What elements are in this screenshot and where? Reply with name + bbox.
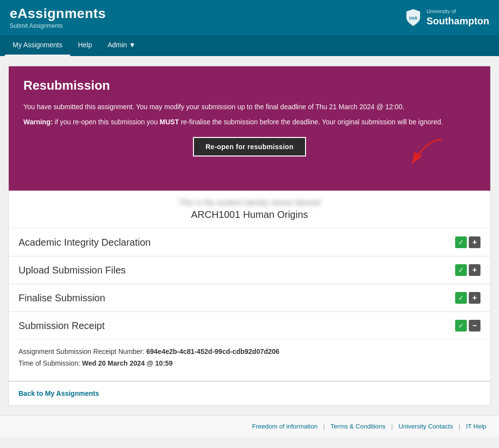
main-nav: My Assignments Help Admin ▼ bbox=[0, 35, 499, 56]
expand-receipt-button[interactable]: − bbox=[469, 320, 480, 331]
university-of-label: University of bbox=[426, 8, 489, 15]
finalise-section: Finalise Submission ✓ + bbox=[9, 284, 490, 312]
receipt-header[interactable]: Submission Receipt ✓ − bbox=[9, 312, 490, 339]
arrow-indicator bbox=[383, 137, 446, 171]
nav-help[interactable]: Help bbox=[70, 35, 100, 56]
receipt-controls: ✓ − bbox=[455, 320, 480, 331]
svg-text:UoS: UoS bbox=[409, 16, 418, 20]
assignment-title-area: This is the student identity shown blurr… bbox=[9, 191, 490, 229]
finalise-title: Finalise Submission bbox=[19, 292, 105, 304]
receipt-content: Assignment Submission Receipt Number: 69… bbox=[9, 339, 490, 381]
expand-finalise-button[interactable]: + bbox=[469, 292, 480, 304]
warning-text: if you re-open this submission you bbox=[55, 118, 160, 126]
check-icon-academic: ✓ bbox=[455, 236, 467, 248]
resubmission-banner: Resubmission You have submitted this ass… bbox=[9, 66, 490, 191]
footer-ithelp-link[interactable]: IT Help bbox=[466, 423, 486, 430]
receipt-section: Submission Receipt ✓ − Assignment Submis… bbox=[9, 312, 490, 381]
app-branding: eAssignments Submit Assignments bbox=[10, 6, 106, 29]
university-logo: UoS University of Southampton bbox=[404, 8, 489, 27]
blurred-student-info: This is the student identity shown blurr… bbox=[19, 198, 480, 207]
app-header: eAssignments Submit Assignments UoS Univ… bbox=[0, 0, 499, 35]
receipt-time-label: Time of Submission: bbox=[19, 359, 80, 367]
app-title: eAssignments bbox=[10, 6, 106, 21]
back-to-assignments-link[interactable]: Back to My Assignments bbox=[19, 390, 99, 397]
receipt-time-line: Time of Submission: Wed 20 March 2024 @ … bbox=[19, 359, 480, 367]
footer-contacts-link[interactable]: University Contacts bbox=[399, 423, 453, 430]
warning-must: MUST bbox=[160, 118, 179, 126]
assignment-name: ARCH1001 Human Origins bbox=[19, 209, 480, 220]
warning-suffix: re-finalise the submission before the de… bbox=[181, 118, 443, 126]
finalise-header[interactable]: Finalise Submission ✓ + bbox=[9, 284, 490, 312]
footer-sep-1: | bbox=[323, 423, 325, 430]
upload-files-title: Upload Submission Files bbox=[19, 265, 126, 276]
academic-integrity-controls: ✓ + bbox=[455, 236, 480, 248]
footer-sep-3: | bbox=[459, 423, 460, 430]
footer-sep-2: | bbox=[391, 423, 393, 430]
receipt-time-value: Wed 20 March 2024 @ 10:59 bbox=[82, 359, 173, 367]
resubmission-title: Resubmission bbox=[23, 78, 476, 93]
check-icon-receipt: ✓ bbox=[455, 320, 467, 331]
footer-freedom-link[interactable]: Freedom of information bbox=[252, 423, 317, 430]
chevron-down-icon: ▼ bbox=[129, 41, 135, 49]
expand-upload-button[interactable]: + bbox=[469, 264, 480, 276]
shield-icon: UoS bbox=[404, 8, 422, 27]
nav-my-assignments[interactable]: My Assignments bbox=[5, 35, 70, 56]
receipt-number-value: 694e4e2b-4c81-452d-99cd-cdb92d07d206 bbox=[146, 348, 279, 355]
university-name: University of Southampton bbox=[426, 8, 489, 26]
check-icon-upload: ✓ bbox=[455, 264, 467, 276]
footer-terms-link[interactable]: Terms & Conditions bbox=[330, 423, 385, 430]
main-content: Resubmission You have submitted this ass… bbox=[8, 66, 491, 406]
resubmission-warning: Warning: if you re-open this submission … bbox=[23, 117, 476, 127]
warning-prefix: Warning: bbox=[23, 118, 53, 126]
university-branding: UoS University of Southampton bbox=[404, 8, 489, 27]
receipt-number-label: Assignment Submission Receipt Number: bbox=[19, 348, 144, 355]
academic-integrity-header[interactable]: Academic Integrity Declaration ✓ + bbox=[9, 229, 490, 256]
back-link-area: Back to My Assignments bbox=[9, 381, 490, 405]
app-subtitle: Submit Assignments bbox=[10, 22, 106, 29]
receipt-title: Submission Receipt bbox=[19, 320, 105, 331]
resubmission-message: You have submitted this assignment. You … bbox=[23, 102, 476, 112]
page-footer: Freedom of information | Terms & Conditi… bbox=[0, 415, 499, 437]
academic-integrity-title: Academic Integrity Declaration bbox=[19, 237, 151, 248]
finalise-controls: ✓ + bbox=[455, 292, 480, 304]
academic-integrity-section: Academic Integrity Declaration ✓ + bbox=[9, 229, 490, 256]
upload-files-header[interactable]: Upload Submission Files ✓ + bbox=[9, 256, 490, 284]
upload-files-controls: ✓ + bbox=[455, 264, 480, 276]
university-name-label: Southampton bbox=[426, 15, 489, 27]
receipt-number-line: Assignment Submission Receipt Number: 69… bbox=[19, 348, 480, 355]
upload-files-section: Upload Submission Files ✓ + bbox=[9, 256, 490, 284]
reopen-button[interactable]: Re-open for resubmission bbox=[193, 137, 307, 156]
expand-academic-button[interactable]: + bbox=[469, 236, 480, 248]
nav-admin[interactable]: Admin ▼ bbox=[100, 35, 144, 56]
check-icon-finalise: ✓ bbox=[455, 292, 467, 304]
